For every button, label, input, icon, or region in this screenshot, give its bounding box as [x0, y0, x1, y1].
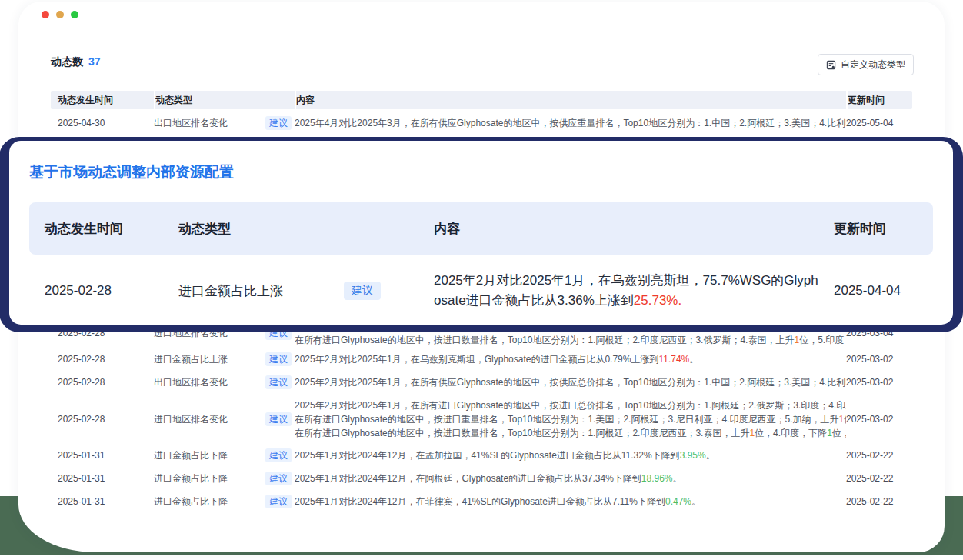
table-row: 2025-01-31进口金额占比下降建议2025年1月对比2024年12月，在阿… — [51, 468, 912, 489]
content-line: 在所有进口Glyphosate的地区中，按进口数量排名，Top10地区分别为：1… — [295, 333, 846, 347]
highlight-overlay-panel: 基于市场动态调整内部资源配置 动态发生时间 动态类型 内容 更新时间 2025-… — [9, 141, 953, 325]
dynamics-count: 动态数37 — [51, 55, 101, 69]
row-update: 2025-05-04 — [846, 118, 912, 128]
row-type: 进口金额占比下降 — [154, 472, 265, 485]
row-tag-cell: 建议 — [265, 472, 295, 485]
row-update: 2025-02-22 — [846, 450, 912, 461]
row-tag-cell: 建议 — [265, 495, 295, 508]
row-tag-cell: 建议 — [265, 448, 295, 462]
row-date: 2025-01-31 — [58, 450, 154, 461]
row-content: 2025年2月对比2025年1月，在所有进口Glyphosate的地区中，按进口… — [295, 398, 846, 440]
table-row: 2025-02-28进口金额占比上涨建议2025年2月对比2025年1月，在乌兹… — [51, 348, 912, 370]
row-update: 2025-02-22 — [846, 473, 912, 484]
row-type: 进口金额占比上涨 — [154, 353, 265, 366]
overlay-row-date: 2025-02-28 — [45, 283, 178, 298]
row-content: 2025年1月对比2024年12月，在孟加拉国，41%SL的Glyphosate… — [295, 448, 846, 462]
app-window: 动态数37 自定义动态类型 动态发生时间 动态类型 内容 更新时间 2025-0… — [18, 2, 945, 552]
overlay-column-type: 动态类型 — [178, 220, 344, 238]
row-type: 进口地区排名变化 — [154, 413, 265, 426]
row-update: 2025-02-22 — [846, 496, 912, 507]
table-row: 2025-01-31进口金额占比下降建议2025年1月对比2024年12月，在菲… — [51, 491, 912, 512]
row-tag-cell: 建议 — [265, 352, 295, 366]
row-update: 2025-03-02 — [846, 377, 912, 388]
suggestion-tag[interactable]: 建议 — [265, 448, 292, 462]
suggestion-tag[interactable]: 建议 — [265, 116, 292, 130]
row-date: 2025-04-30 — [58, 118, 154, 128]
overlay-title: 基于市场动态调整内部资源配置 — [29, 162, 234, 182]
overlay-column-date: 动态发生时间 — [45, 220, 178, 238]
row-content: 2025年1月对比2024年12月，在阿根廷，Glyphosate的进口金额占比… — [295, 472, 846, 485]
suggestion-tag[interactable]: 建议 — [265, 375, 292, 389]
overlay-row-update: 2025-04-04 — [834, 283, 918, 298]
overlay-table-row: 2025-02-28 进口金额占比上涨 建议 2025年2月对比2025年1月，… — [29, 255, 933, 327]
customize-type-icon — [826, 60, 836, 70]
row-tag-cell: 建议 — [265, 412, 295, 426]
customize-type-label: 自定义动态类型 — [841, 58, 905, 72]
suggestion-tag[interactable]: 建议 — [265, 472, 292, 485]
table-row: 2025-02-28出口地区排名变化建议2025年2月对比2025年1月，在所有… — [51, 372, 912, 393]
row-type: 进口金额占比下降 — [154, 449, 265, 462]
row-update: 2025-03-02 — [846, 354, 912, 365]
row-tag-cell: 建议 — [265, 375, 295, 389]
content-line: 在所有进口Glyphosate的地区中，按进口数量排名，Top10地区分别为：1… — [295, 426, 846, 440]
column-header-date: 动态发生时间 — [58, 91, 154, 109]
overlay-table-header: 动态发生时间 动态类型 内容 更新时间 — [29, 202, 933, 255]
highlight-overlay: 基于市场动态调整内部资源配置 动态发生时间 动态类型 内容 更新时间 2025-… — [7, 138, 955, 327]
row-update: 2025-03-02 — [846, 414, 912, 425]
content-line: 2025年2月对比2025年1月，在所有供应Glyphosate的地区中，按供应… — [295, 375, 846, 389]
content-line: 2025年1月对比2024年12月，在阿根廷，Glyphosate的进口金额占比… — [295, 472, 846, 485]
overlay-row-tag-cell: 建议 — [344, 282, 434, 300]
row-date: 2025-01-31 — [58, 473, 154, 484]
content-line: 在所有进口Glyphosate的地区中，按进口重量排名，Top10地区分别为：1… — [295, 412, 846, 426]
row-type: 出口地区排名变化 — [154, 117, 265, 130]
content-line: 2025年2月对比2025年1月，在所有进口Glyphosate的地区中，按进口… — [295, 398, 846, 412]
window-controls — [42, 11, 78, 18]
suggestion-tag[interactable]: 建议 — [265, 352, 292, 366]
customize-type-button[interactable]: 自定义动态类型 — [818, 54, 914, 75]
overlay-column-content: 内容 — [434, 220, 834, 238]
row-date: 2025-02-28 — [58, 377, 154, 388]
column-header-type: 动态类型 — [154, 91, 295, 109]
overlay-row-type: 进口金额占比上涨 — [178, 282, 344, 300]
overlay-row-content: 2025年2月对比2025年1月，在乌兹别亮斯坦，75.7%WSG的Glypho… — [434, 271, 822, 311]
maximize-window-dot[interactable] — [71, 11, 78, 18]
row-type: 出口地区排名变化 — [154, 376, 265, 389]
row-type: 进口金额占比下降 — [154, 495, 265, 508]
row-content: 2025年2月对比2025年1月，在所有供应Glyphosate的地区中，按供应… — [295, 375, 846, 389]
dynamics-count-value: 37 — [88, 55, 101, 68]
table-row: 2025-01-31进口金额占比下降建议2025年1月对比2024年12月，在孟… — [51, 445, 912, 466]
table-row: 2025-04-30出口地区排名变化建议2025年4月对比2025年3月，在所有… — [51, 112, 912, 134]
row-content: 2025年2月对比2025年1月，在乌兹别克斯坦，Glyphosate的进口金额… — [295, 352, 846, 366]
suggestion-tag[interactable]: 建议 — [344, 282, 381, 300]
row-date: 2025-02-28 — [58, 354, 154, 365]
table-row: 2025-02-28进口地区排名变化建议2025年2月对比2025年1月，在所有… — [51, 398, 912, 440]
content-line: 2025年1月对比2024年12月，在孟加拉国，41%SL的Glyphosate… — [295, 448, 846, 462]
overlay-column-update: 更新时间 — [834, 220, 918, 238]
row-date: 2025-01-31 — [58, 496, 154, 507]
minimize-window-dot[interactable] — [56, 11, 64, 18]
row-content: 2025年4月对比2025年3月，在所有供应Glyphosate的地区中，按供应… — [295, 116, 846, 130]
close-window-dot[interactable] — [42, 11, 49, 18]
row-tag-cell: 建议 — [265, 116, 295, 130]
column-header-content: 内容 — [295, 91, 846, 109]
row-date: 2025-02-28 — [58, 414, 154, 425]
dynamics-count-label: 动态数 — [51, 55, 83, 68]
content-line: 2025年1月对比2024年12月，在菲律宾，41%SL的Glyphosate进… — [295, 495, 846, 508]
table-header: 动态发生时间 动态类型 内容 更新时间 — [51, 91, 912, 109]
column-header-update: 更新时间 — [846, 91, 912, 109]
suggestion-tag[interactable]: 建议 — [265, 412, 292, 426]
row-content: 2025年1月对比2024年12月，在菲律宾，41%SL的Glyphosate进… — [295, 495, 846, 508]
suggestion-tag[interactable]: 建议 — [265, 495, 292, 508]
content-line: 2025年2月对比2025年1月，在乌兹别克斯坦，Glyphosate的进口金额… — [295, 352, 846, 366]
content-line: 2025年4月对比2025年3月，在所有供应Glyphosate的地区中，按供应… — [295, 116, 846, 130]
